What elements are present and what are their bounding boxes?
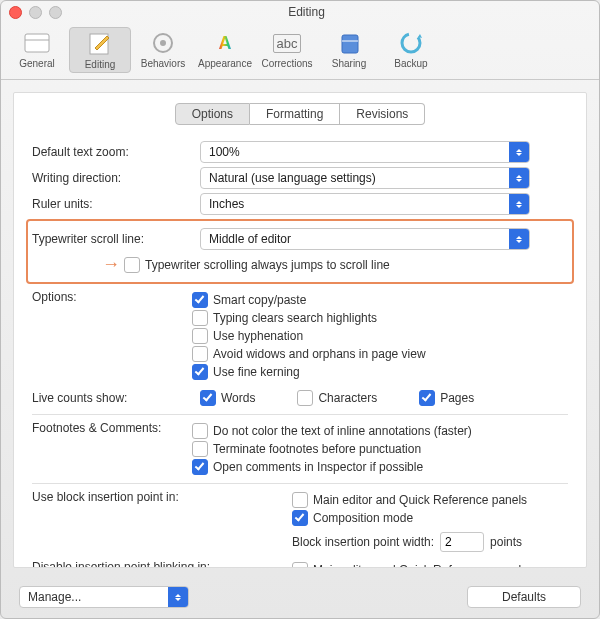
window-title: Editing bbox=[22, 5, 591, 19]
label-points: points bbox=[490, 535, 522, 549]
checkbox-no-color-annotations[interactable] bbox=[192, 423, 208, 439]
checkbox-typewriter-jumps[interactable] bbox=[124, 257, 140, 273]
highlight-typewriter-region: Typewriter scroll line: Middle of editor… bbox=[26, 219, 574, 284]
checkbox-main-editor-blink[interactable] bbox=[292, 562, 308, 567]
checkbox-smart-copy[interactable] bbox=[192, 292, 208, 308]
checkbox-characters[interactable] bbox=[297, 390, 313, 406]
close-window-button[interactable] bbox=[9, 6, 22, 19]
svg-point-4 bbox=[160, 40, 166, 46]
label-default-zoom: Default text zoom: bbox=[32, 145, 200, 159]
checkbox-fine-kerning[interactable] bbox=[192, 364, 208, 380]
annotation-arrow-icon: → bbox=[102, 254, 120, 275]
label-writing-direction: Writing direction: bbox=[32, 171, 200, 185]
checkbox-main-editor-block[interactable] bbox=[292, 492, 308, 508]
label-options: Options: bbox=[32, 290, 192, 382]
checkbox-avoid-widows[interactable] bbox=[192, 346, 208, 362]
tab-general[interactable]: General bbox=[7, 27, 67, 73]
label-block-width: Block insertion point width: bbox=[292, 535, 434, 549]
chevron-updown-icon bbox=[168, 587, 188, 607]
button-defaults[interactable]: Defaults bbox=[467, 586, 581, 608]
dropdown-manage[interactable]: Manage... bbox=[19, 586, 189, 608]
label-ruler-units: Ruler units: bbox=[32, 197, 200, 211]
dropdown-typewriter-scroll[interactable]: Middle of editor bbox=[200, 228, 530, 250]
label-block-insertion: Use block insertion point in: bbox=[32, 490, 232, 554]
dropdown-ruler-units[interactable]: Inches bbox=[200, 193, 530, 215]
label-footnotes: Footnotes & Comments: bbox=[32, 421, 192, 477]
checkbox-composition-block[interactable] bbox=[292, 510, 308, 526]
preferences-toolbar: General Editing Behaviors A Appearance a… bbox=[1, 23, 599, 80]
chevron-updown-icon bbox=[509, 194, 529, 214]
chevron-updown-icon bbox=[509, 168, 529, 188]
dropdown-default-zoom[interactable]: 100% bbox=[200, 141, 530, 163]
subtab-options[interactable]: Options bbox=[175, 103, 250, 125]
chevron-updown-icon bbox=[509, 229, 529, 249]
checkbox-open-comments[interactable] bbox=[192, 459, 208, 475]
corrections-icon: abc bbox=[273, 34, 302, 53]
label-typewriter-scroll: Typewriter scroll line: bbox=[32, 232, 200, 246]
sub-tabbar: Options Formatting Revisions bbox=[14, 103, 586, 125]
titlebar: Editing bbox=[1, 1, 599, 23]
tab-corrections[interactable]: abc Corrections bbox=[257, 27, 317, 73]
tab-behaviors[interactable]: Behaviors bbox=[133, 27, 193, 73]
tab-appearance[interactable]: A Appearance bbox=[195, 27, 255, 73]
checkbox-hyphenation[interactable] bbox=[192, 328, 208, 344]
label-typewriter-jumps: Typewriter scrolling always jumps to scr… bbox=[145, 258, 390, 272]
label-live-counts: Live counts show: bbox=[32, 391, 200, 405]
appearance-icon: A bbox=[219, 33, 232, 54]
subtab-revisions[interactable]: Revisions bbox=[340, 103, 425, 125]
tab-sharing[interactable]: Sharing bbox=[319, 27, 379, 73]
checkbox-words[interactable] bbox=[200, 390, 216, 406]
checkbox-typing-clears[interactable] bbox=[192, 310, 208, 326]
svg-point-7 bbox=[402, 34, 420, 52]
checkbox-pages[interactable] bbox=[419, 390, 435, 406]
svg-rect-0 bbox=[25, 34, 49, 52]
subtab-formatting[interactable]: Formatting bbox=[250, 103, 340, 125]
checkbox-terminate-footnotes[interactable] bbox=[192, 441, 208, 457]
tab-editing[interactable]: Editing bbox=[69, 27, 131, 73]
svg-rect-5 bbox=[342, 35, 358, 53]
label-disable-blinking: Disable insertion point blinking in: bbox=[32, 560, 232, 567]
dropdown-writing-direction[interactable]: Natural (use language settings) bbox=[200, 167, 530, 189]
chevron-updown-icon bbox=[509, 142, 529, 162]
input-block-width[interactable] bbox=[440, 532, 484, 552]
tab-backup[interactable]: Backup bbox=[381, 27, 441, 73]
